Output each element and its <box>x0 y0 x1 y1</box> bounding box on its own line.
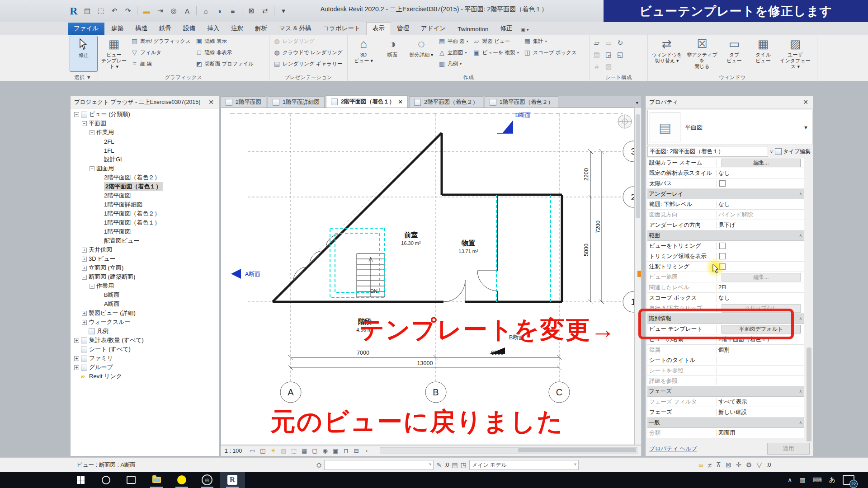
tree-item-シート (すべて)[interactable]: シート (すべて) <box>71 345 219 354</box>
drafting-view-button[interactable]: ▱製図 ビュー <box>471 36 521 47</box>
user-interface-button[interactable]: ▨ユーザ インタフェース ▾ <box>778 36 812 72</box>
callout-button[interactable]: ◌部分詳細 ▾ <box>407 36 435 72</box>
chevron-down-icon[interactable]: ▼ <box>803 125 808 130</box>
yellow-app-button[interactable] <box>169 472 194 488</box>
tree-item-1階平面詳細図[interactable]: 1階平面詳細図 <box>71 200 219 209</box>
view-template-button[interactable]: ▦ビュー テンプレート ▾ <box>100 36 128 72</box>
horizontal-scrollbar-thumb[interactable] <box>518 448 636 452</box>
properties-window-icon[interactable]: ▤ <box>81 5 93 17</box>
checkbox-トリミング領域を表示[interactable] <box>719 253 726 259</box>
sun-path-icon[interactable]: ☀ <box>269 447 277 455</box>
tile-views-button[interactable]: ▦タイル ビュー <box>749 36 777 72</box>
undo-icon[interactable]: ↶ <box>108 5 120 17</box>
view-tab-2階平面図[interactable]: 2階平面図 <box>221 96 266 108</box>
workset-select[interactable] <box>324 460 434 470</box>
tab-views-button[interactable]: ▭タブ ビュー <box>720 36 748 72</box>
panel-label[interactable]: プレゼンテーション <box>269 74 347 81</box>
redo-icon[interactable]: ↷ <box>122 5 134 17</box>
properties-scrollbar-thumb[interactable] <box>807 347 811 451</box>
tree-item-2FL[interactable]: 2FL <box>71 137 219 146</box>
legends-button[interactable]: ▥凡例▾ <box>436 58 470 69</box>
open-icon[interactable]: ⬚ <box>95 5 107 17</box>
properties-scrollbar[interactable] <box>805 158 811 488</box>
ribbon-tab-設備[interactable]: 設備 <box>177 23 201 35</box>
thin-lines-button[interactable]: ≡細 線 <box>129 58 193 69</box>
hide-crop-icon[interactable]: ▢ <box>311 447 319 455</box>
tree-item-設計GL[interactable]: 設計GL <box>71 155 219 164</box>
schedules-button[interactable]: ▦集計▾ <box>522 36 579 47</box>
checkbox-太陽パス[interactable] <box>719 180 726 187</box>
group-collapse-icon[interactable]: ∧ <box>799 192 804 196</box>
floor-plan-svg[interactable]: 前室16.30 m²物置13.71 m²階段4.96 m²70006000130… <box>221 108 634 445</box>
close-tab-icon[interactable]: ✕ <box>398 99 403 105</box>
ribbon-tab-コラボレート[interactable]: コラボレート <box>317 23 366 35</box>
collapse-icon[interactable]: − <box>74 112 79 117</box>
crop-region-icon[interactable]: ▦ <box>300 447 308 455</box>
text-icon[interactable]: A <box>181 5 193 17</box>
tree-item-断面図 (建築断面)[interactable]: −断面図 (建築断面) <box>71 272 219 282</box>
tree-item-1階平面図（着色２）[interactable]: 1階平面図（着色２） <box>71 209 219 218</box>
design-option-select[interactable]: メイン モデル <box>469 460 579 470</box>
expand-icon[interactable]: + <box>74 365 79 370</box>
view-tab-1階平面詳細図[interactable]: 1階平面詳細図 <box>268 96 325 108</box>
drag-icon[interactable]: ✛ <box>736 461 742 469</box>
close-inactive-button[interactable]: ☒非アクティブを 閉じる <box>685 36 719 72</box>
tree-item-製図ビュー (詳細)[interactable]: +製図ビュー (詳細) <box>71 309 219 318</box>
close-icon[interactable]: ✕ <box>802 99 810 106</box>
panel-label[interactable]: 作成 <box>348 74 589 81</box>
tree-item-1FL[interactable]: 1FL <box>71 146 219 155</box>
tree-item-2階平面図（着色２）[interactable]: 2階平面図（着色２） <box>71 173 219 182</box>
tree-item-天井伏図[interactable]: +天井伏図 <box>71 245 219 254</box>
view-tab-1階平面図（着色２）[interactable]: 1階平面図（着色２） <box>485 96 558 108</box>
customize-qat-icon[interactable]: ▾ <box>278 5 289 17</box>
tree-item-作業用[interactable]: −作業用 <box>71 282 219 291</box>
tree-item-ウォークスルー[interactable]: +ウォークスルー <box>71 318 219 327</box>
ime-indicator[interactable]: あ <box>829 476 835 484</box>
viewport-icon[interactable]: ◲ <box>603 49 614 60</box>
tree-item-立面図 (立面)[interactable]: +立面図 (立面) <box>71 263 219 272</box>
ribbon-tab-構造[interactable]: 構造 <box>129 23 153 35</box>
navigation-wheel-icon[interactable] <box>618 115 632 128</box>
modify-selector-icon[interactable]: ▣ ▾ <box>521 27 529 35</box>
visibility-graphics-button[interactable]: ▥表示/ グラフィックス <box>129 36 193 47</box>
group-collapse-icon[interactable]: ∧ <box>799 420 804 425</box>
tree-item-1階平面図（着色１）[interactable]: 1階平面図（着色１） <box>71 218 219 227</box>
checkbox-ビューをトリミング[interactable] <box>719 243 726 249</box>
pin-icon[interactable]: ⊼ <box>716 461 721 469</box>
crop-view-icon[interactable]: ⬚ <box>290 447 298 455</box>
lock-view-icon[interactable]: ⊟ <box>352 447 360 455</box>
unjoin-icon[interactable]: ⊠ <box>726 461 731 469</box>
horizontal-scrollbar[interactable] <box>380 447 637 454</box>
drawing-area[interactable]: 前室16.30 m²物置13.71 m²階段4.96 m²70006000130… <box>221 108 634 445</box>
default-3d-view-icon[interactable]: ⌂ <box>200 5 212 17</box>
revit-logo-icon[interactable]: R <box>68 5 80 17</box>
remove-hidden-lines-button[interactable]: □隠線 非表示 <box>193 47 255 58</box>
detail-level-icon[interactable]: ▭ <box>248 447 256 455</box>
render-in-cloud-button[interactable]: ◍クラウドで レンダリング <box>271 47 344 58</box>
expand-icon[interactable]: + <box>82 311 87 316</box>
add-to-set-icon[interactable]: ◳ <box>461 461 467 469</box>
collapse-icon[interactable]: − <box>90 284 94 289</box>
tree-item-1階平面図[interactable]: 1階平面図 <box>71 227 219 236</box>
tree-item-2階平面図[interactable]: 2階平面図 <box>71 191 219 200</box>
ribbon-tab-ファイル[interactable]: ファイル <box>68 23 104 35</box>
panel-label[interactable]: グラフィックス <box>98 74 269 81</box>
duplicate-view-button[interactable]: ▣ビューを 複製▾ <box>471 47 521 58</box>
settings-icon[interactable]: ⚙ <box>746 461 752 469</box>
revisions-icon[interactable]: ↻ <box>615 38 626 48</box>
hidden-icons-caret[interactable]: ∧ <box>788 476 792 483</box>
tree-item-平面図[interactable]: −平面図 <box>71 119 219 128</box>
shadows-icon[interactable]: ▨ <box>279 447 288 455</box>
ribbon-tab-アドイン[interactable]: アドイン <box>415 23 452 35</box>
tree-item-作業用[interactable]: −作業用 <box>71 128 219 137</box>
panel-label[interactable]: ウィンドウ <box>648 74 817 81</box>
tree-item-グループ[interactable]: +グループ <box>71 363 219 372</box>
measure-icon[interactable]: ▬ <box>141 5 152 17</box>
ribbon-tab-建築[interactable]: 建築 <box>105 23 129 35</box>
ribbon-tab-修正[interactable]: 修正 <box>495 23 519 35</box>
tree-item-凡例[interactable]: 凡例 <box>71 327 219 336</box>
properties-help-link[interactable]: プロパティ ヘルプ <box>649 445 697 453</box>
exclude-icon[interactable]: ≠ <box>708 461 712 469</box>
collapse-icon[interactable]: − <box>90 166 94 171</box>
explorer-button[interactable] <box>144 472 169 488</box>
